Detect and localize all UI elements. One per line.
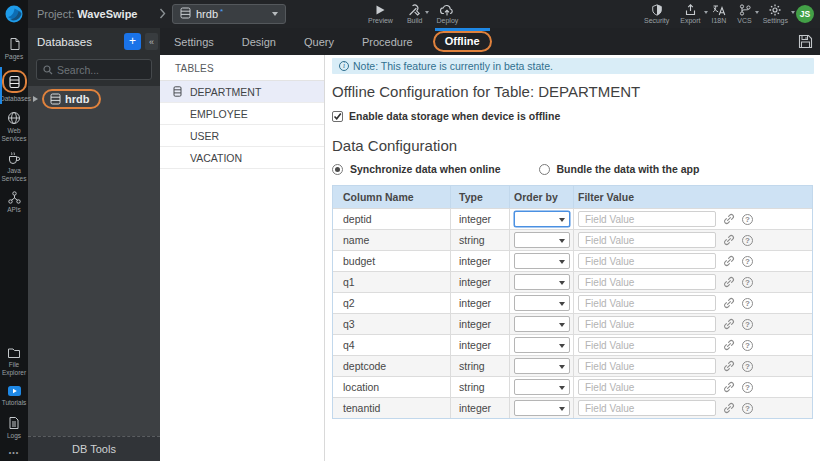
order-by-select[interactable]	[514, 358, 570, 374]
filter-value-input[interactable]	[578, 274, 716, 290]
caret-down-icon	[272, 12, 278, 16]
order-by-select[interactable]	[514, 295, 570, 311]
link-icon[interactable]	[723, 402, 735, 414]
table-item-employee[interactable]: EMPLOYEE	[160, 103, 324, 125]
help-icon[interactable]: ?	[742, 235, 753, 246]
filter-value-input[interactable]	[578, 295, 716, 311]
user-avatar[interactable]: JS	[796, 5, 814, 23]
table-row: q2 integer ?	[333, 292, 812, 313]
search-input[interactable]	[57, 64, 145, 76]
save-button[interactable]	[793, 28, 817, 55]
link-icon[interactable]	[723, 297, 735, 309]
table-item-user[interactable]: USER	[160, 125, 324, 147]
filter-value-input[interactable]	[578, 316, 716, 332]
tab-design[interactable]: Design	[228, 28, 290, 55]
coffee-icon	[7, 151, 21, 165]
table-body: deptid integer ? name	[333, 208, 812, 418]
order-by-select[interactable]	[514, 211, 570, 227]
filter-value-input[interactable]	[578, 379, 716, 395]
filter-value-input[interactable]	[578, 253, 716, 269]
sidebar-item-web-services[interactable]: Web Services	[0, 106, 28, 146]
help-icon[interactable]: ?	[742, 277, 753, 288]
tab-query[interactable]: Query	[290, 28, 348, 55]
order-by-select[interactable]	[514, 400, 570, 416]
link-icon[interactable]	[723, 381, 735, 393]
folder-icon	[7, 347, 21, 359]
filter-value-input[interactable]	[578, 211, 716, 227]
filter-value-input[interactable]	[578, 232, 716, 248]
order-by-select[interactable]	[514, 274, 570, 290]
enable-offline-checkbox[interactable]	[332, 111, 343, 122]
type-cell: string	[450, 230, 509, 250]
wavemaker-logo-icon	[0, 0, 28, 28]
database-selector[interactable]: hrdb*	[172, 4, 286, 24]
i18n-button[interactable]: I18N	[712, 4, 727, 24]
table-item-vacation[interactable]: VACATION	[160, 147, 324, 169]
filter-value-input[interactable]	[578, 358, 716, 374]
column-name-cell: q1	[333, 272, 450, 292]
help-icon[interactable]: ?	[742, 361, 753, 372]
deploy-button[interactable]: Deploy	[436, 4, 458, 24]
filter-value-input[interactable]	[578, 337, 716, 353]
order-by-select[interactable]	[514, 379, 570, 395]
order-by-select[interactable]	[514, 232, 570, 248]
security-button[interactable]: Security	[644, 4, 669, 24]
add-database-button[interactable]: +	[124, 33, 141, 50]
order-by-select[interactable]	[514, 316, 570, 332]
sidebar-item-tutorials[interactable]: Tutorials	[0, 380, 28, 411]
link-icon[interactable]	[723, 213, 735, 225]
database-icon	[50, 93, 61, 105]
type-cell: integer	[450, 293, 509, 313]
link-icon[interactable]	[723, 339, 735, 351]
link-icon[interactable]	[723, 318, 735, 330]
column-name-cell: q3	[333, 314, 450, 334]
help-icon[interactable]: ?	[742, 298, 753, 309]
database-item-hrdb[interactable]: hrdb	[28, 86, 160, 111]
table-row: location string ?	[333, 376, 812, 397]
help-icon[interactable]: ?	[742, 214, 753, 225]
help-icon[interactable]: ?	[742, 340, 753, 351]
link-icon[interactable]	[723, 234, 735, 246]
sidebar-item-logs[interactable]: Logs	[0, 411, 28, 444]
db-tools-button[interactable]: DB Tools	[28, 436, 160, 461]
tab-settings[interactable]: Settings	[160, 28, 228, 55]
page-title: Offline Configuration for Table: DEPARTM…	[332, 83, 814, 100]
sidebar-item-java-services[interactable]: Java Services	[0, 146, 28, 186]
help-icon[interactable]: ?	[742, 256, 753, 267]
order-by-select[interactable]	[514, 337, 570, 353]
vcs-button[interactable]: VCS	[737, 4, 751, 24]
filter-value-input[interactable]	[578, 400, 716, 416]
panel-title: Databases	[37, 36, 120, 48]
table-item-department[interactable]: DEPARTMENT	[160, 81, 324, 103]
build-button[interactable]: Build	[407, 4, 423, 24]
help-icon[interactable]: ?	[742, 403, 753, 414]
order-by-select[interactable]	[514, 253, 570, 269]
column-name-cell: name	[333, 230, 450, 250]
link-icon[interactable]	[723, 360, 735, 372]
tabbar: Settings Design Query Procedure Offline	[160, 28, 820, 55]
export-button[interactable]: Export	[680, 4, 700, 24]
collapse-panel-button[interactable]: «	[145, 33, 158, 50]
help-icon[interactable]: ?	[742, 319, 753, 330]
settings-button[interactable]: Settings	[763, 4, 788, 24]
table-row: tenantid integer ?	[333, 397, 812, 418]
save-icon	[798, 34, 813, 49]
caret-down-icon	[559, 302, 565, 306]
expand-caret-icon[interactable]	[33, 96, 38, 102]
databases-panel-header: Databases + «	[28, 28, 160, 55]
database-icon	[180, 7, 191, 21]
synchronize-radio[interactable]	[332, 164, 343, 175]
sidebar-item-file-explorer[interactable]: File Explorer	[0, 342, 28, 380]
table-row: q3 integer ?	[333, 313, 812, 334]
help-icon[interactable]: ?	[742, 382, 753, 393]
link-icon[interactable]	[723, 255, 735, 267]
tab-procedure[interactable]: Procedure	[348, 28, 427, 55]
sidebar-item-databases[interactable]: Databases	[0, 65, 28, 107]
tab-offline[interactable]: Offline	[427, 28, 498, 55]
link-icon[interactable]	[723, 276, 735, 288]
preview-button[interactable]: Preview	[368, 4, 393, 24]
more-options-button[interactable]: •••	[9, 443, 19, 461]
sidebar-item-apis[interactable]: APIs	[0, 186, 28, 218]
bundle-radio[interactable]	[539, 164, 550, 175]
sidebar-item-pages[interactable]: Pages	[0, 32, 28, 65]
